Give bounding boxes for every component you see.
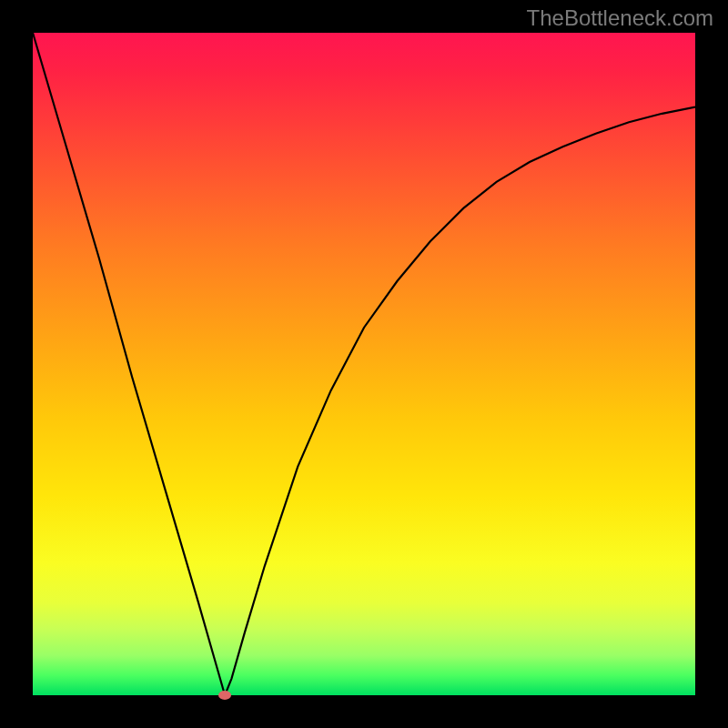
watermark: TheBottleneck.com: [527, 5, 713, 31]
minimum-marker: [218, 691, 231, 700]
chart-area: [33, 33, 695, 695]
chart-curve: [33, 33, 695, 695]
